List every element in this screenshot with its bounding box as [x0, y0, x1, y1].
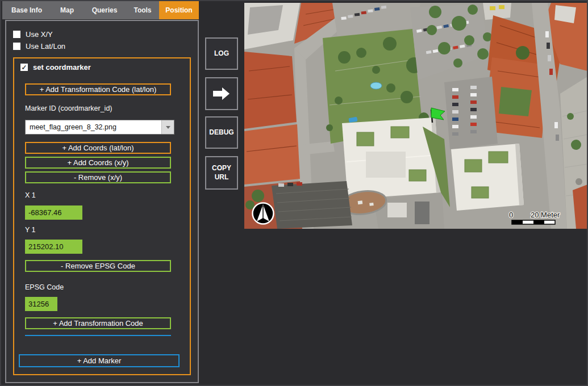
tab-position[interactable]: Position: [159, 1, 199, 19]
set-coordmarker-checkbox[interactable]: ✓: [20, 64, 28, 71]
tab-queries[interactable]: Queries: [83, 1, 126, 19]
apply-arrow-button[interactable]: [205, 77, 238, 110]
copy-url-button[interactable]: COPY URL: [205, 156, 238, 190]
tab-tools[interactable]: Tools: [126, 1, 159, 19]
x1-input[interactable]: [25, 205, 82, 220]
log-button[interactable]: LOG: [205, 37, 238, 70]
tab-base-info[interactable]: Base Info: [2, 1, 51, 19]
add-marker-button[interactable]: + Add Marker: [19, 354, 180, 367]
use-xy-row: Use X/Y: [13, 30, 53, 39]
use-latlon-label: Use Lat/Lon: [26, 42, 65, 51]
marker-id-selected-value: meet_flag_green_8_32.png: [26, 120, 161, 134]
add-transformation-code-latlon-button[interactable]: + Add Transformation Code (lat/lon): [25, 83, 171, 95]
pool: [370, 82, 382, 89]
position-panel: Use X/Y Use Lat/Lon ✓ set coordmarker + …: [5, 20, 199, 383]
marker-id-label: Marker ID (coordmarker_id): [25, 104, 112, 112]
chevron-down-icon: [166, 126, 170, 129]
use-latlon-checkbox[interactable]: [13, 43, 20, 50]
tab-bar: Base Info Map Queries Tools Position: [2, 1, 199, 19]
add-coords-latlon-button[interactable]: + Add Coords (lat/lon): [25, 142, 171, 154]
scale-zero-label: 0: [509, 211, 513, 219]
y1-label: Y 1: [25, 226, 36, 234]
scale-distance-label: 20 Meter: [531, 211, 560, 219]
use-xy-checkbox[interactable]: [13, 31, 20, 38]
map-viewport[interactable]: 0 20 Meter: [244, 3, 587, 229]
set-coordmarker-label: set coordmarker: [33, 63, 91, 72]
x1-label: X 1: [25, 191, 36, 199]
tab-map[interactable]: Map: [51, 1, 83, 19]
use-xy-label: Use X/Y: [26, 30, 53, 39]
north-arrow-icon: [253, 203, 274, 224]
aerial-photo[interactable]: 0 20 Meter: [244, 3, 587, 229]
debug-button[interactable]: DEBUG: [205, 116, 238, 149]
remove-epsg-code-button[interactable]: - Remove EPSG Code: [25, 260, 171, 272]
set-coordmarker-group: ✓ set coordmarker + Add Transformation C…: [13, 57, 191, 375]
remove-xy-button[interactable]: - Remove (x/y): [25, 171, 171, 183]
add-coords-xy-button[interactable]: + Add Coords (x/y): [25, 157, 171, 169]
use-latlon-row: Use Lat/Lon: [13, 42, 65, 51]
arrow-right-icon: [213, 87, 230, 100]
epsg-code-label: EPSG Code: [25, 283, 64, 291]
epsg-code-input[interactable]: [25, 297, 57, 311]
marker-id-dropdown[interactable]: meet_flag_green_8_32.png: [25, 120, 174, 135]
blue-divider: [25, 335, 171, 336]
set-coordmarker-row: ✓ set coordmarker: [20, 63, 91, 72]
y1-input[interactable]: [25, 240, 82, 254]
dropdown-chevron-button[interactable]: [161, 120, 174, 134]
add-transformation-code-button[interactable]: + Add Transformation Code: [25, 317, 171, 329]
